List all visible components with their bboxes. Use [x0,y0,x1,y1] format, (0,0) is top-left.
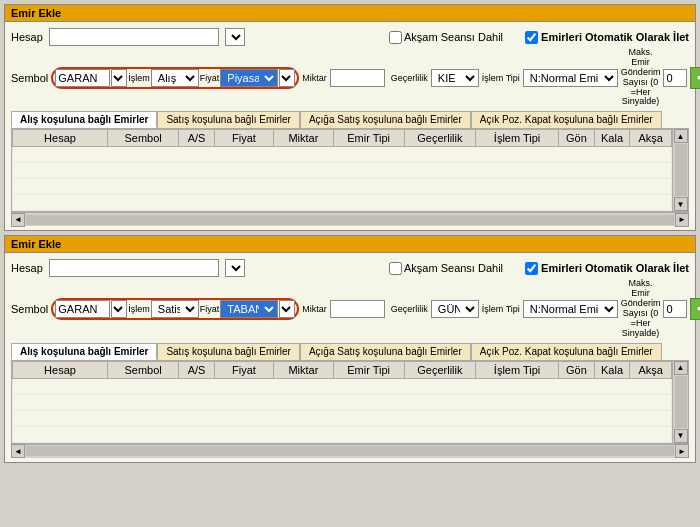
panel1: Emir Ekle Hesap Akşam Seansı Dahil Emirl… [4,4,696,231]
panel1-tab-0[interactable]: Alış koşuluna bağlı Emirler [11,111,157,128]
panel1-miktar-label: Miktar [302,73,327,83]
panel1-sembol-input[interactable] [55,69,110,87]
panel1-maks-input[interactable] [663,69,687,87]
panel1-hscroll-right[interactable]: ► [675,213,689,227]
panel1-fiyat-dropdown[interactable] [279,69,295,87]
panel1-hscroll-track [26,215,674,225]
panel1-islem-label: İşlem [128,73,150,83]
panel1-emirler-label: Emirleri Otomatik Olarak İlet [541,31,689,43]
panel1-th-fiyat: Fiyat [214,130,273,147]
panel2-hscroll-track [26,446,674,456]
panel2-th-kala: Kala [594,361,630,378]
panel2-th-fiyat: Fiyat [214,361,273,378]
panel1-tabs: Alış koşuluna bağlı Emirler Satış koşulu… [11,111,689,128]
panel2-hscrollbar[interactable]: ◄ ► [11,444,689,458]
panel1-th-sembol: Sembol [107,130,178,147]
panel2-th-as: A/S [179,361,215,378]
panel2-th-islem-tipi: İşlem Tipi [476,361,559,378]
panel1-scroll-track [675,144,687,196]
panel1-title: Emir Ekle [5,5,695,22]
panel1-vscrollbar[interactable]: ▲ ▼ [672,129,688,211]
panel1-th-islem-tipi: İşlem Tipi [476,130,559,147]
panel1-scroll-up[interactable]: ▲ [674,129,688,143]
panel1-aksam-check: Akşam Seansı Dahil [389,31,503,44]
panel2-emirler-check: Emirleri Otomatik Olarak İlet [525,262,689,275]
panel1-emirler-check: Emirleri Otomatik Olarak İlet [525,31,689,44]
panel1-hesap-label: Hesap [11,31,43,43]
panel1-th-hesap: Hesap [13,130,108,147]
panel1-th-gecerlilik: Geçerlilik [404,130,475,147]
panel2-fiyat-dropdown[interactable] [279,300,295,318]
panel2-scroll-track [675,376,687,428]
panel2-aksam-check: Akşam Seansı Dahil [389,262,503,275]
panel1-hscrollbar[interactable]: ◄ ► [11,212,689,226]
panel2-th-miktar: Miktar [274,361,333,378]
panel2-islem-tipi-label: İşlem Tipi [482,304,520,314]
panel2-th-gon: Gön [559,361,595,378]
panel1-islem-select[interactable]: Alış Satış [151,69,199,87]
panel2-islem-select[interactable]: Alış Satis [151,300,199,318]
panel1-th-aksa: Akşa [630,130,672,147]
panel1-miktar-input[interactable] [330,69,385,87]
panel2-aksam-checkbox[interactable] [389,262,402,275]
table-row [13,195,672,211]
panel1-scroll-down[interactable]: ▼ [674,197,688,211]
panel1-hscroll-left[interactable]: ◄ [11,213,25,227]
panel2-scroll-down[interactable]: ▼ [674,429,688,443]
panel1-tab-3[interactable]: Açık Poz. Kapat koşuluna bağlı Emirler [471,111,662,128]
panel2-th-emir-tipi: Emir Tipi [333,361,404,378]
panel2-tab-2[interactable]: Açığa Satış koşuluna bağlı Emirler [300,343,471,360]
panel1-th-emir-tipi: Emir Tipi [333,130,404,147]
panel2-th-sembol: Sembol [107,361,178,378]
table-row [13,394,672,410]
panel1-table-area: Hesap Sembol A/S Fiyat Miktar Emir Tipi … [12,129,672,211]
panel1-tab-1[interactable]: Satış koşuluna bağlı Emirler [157,111,300,128]
panel2-tab-0[interactable]: Alış koşuluna bağlı Emirler [11,343,157,360]
panel2-miktar-input[interactable] [330,300,385,318]
panel2-emirler-checkbox[interactable] [525,262,538,275]
table-row [13,163,672,179]
panel2-gecerlilik-label: Geçerlilik [391,304,428,314]
panel2-gecerlilik-select[interactable]: KIE GÜN [431,300,479,318]
panel1-th-kala: Kala [594,130,630,147]
panel2-maks-input[interactable] [663,300,687,318]
panel2-sembol-label: Sembol [11,303,48,315]
panel2-hscroll-right[interactable]: ► [675,444,689,458]
panel2-tab-1[interactable]: Satış koşuluna bağlı Emirler [157,343,300,360]
table-row [13,426,672,442]
panel2-hesap-label: Hesap [11,262,43,274]
panel2-islem-tipi-select[interactable]: N:Normal Emir [523,300,618,318]
panel1-aksam-checkbox[interactable] [389,31,402,44]
panel1-emirler-checkbox[interactable] [525,31,538,44]
panel1-tab-2[interactable]: Açığa Satış koşuluna bağlı Emirler [300,111,471,128]
panel2-sembol-dropdown[interactable] [111,300,127,318]
panel1-maks-label: Maks. Emir GönderimSayısı (0 =HerSinyald… [621,48,661,107]
panel1-sembol-label: Sembol [11,72,48,84]
panel2-hesap-input[interactable] [49,259,219,277]
panel1-islem-tipi-label: İşlem Tipi [482,73,520,83]
panel1-fiyat-select[interactable]: Piyasa Limit TABAN TAVAN [220,69,278,87]
panel2-th-gecerlilik: Geçerlilik [404,361,475,378]
panel2-hesap-dropdown[interactable] [225,259,245,277]
panel2-sembol-input[interactable] [55,300,110,318]
panel2-scroll-up[interactable]: ▲ [674,361,688,375]
panel2-vscrollbar[interactable]: ▲ ▼ [672,361,688,443]
panel1-islem-tipi-select[interactable]: N:Normal Emir [523,69,618,87]
panel1-aksam-label: Akşam Seansı Dahil [404,31,503,43]
panel1-gecerlilik-select[interactable]: KIE GÜN [431,69,479,87]
panel2-fiyat-label: Fiyat [200,304,220,314]
panel2-fiyat-select[interactable]: Piyasa Limit TABAN TAVAN [220,300,278,318]
panel1-sembol-dropdown[interactable] [111,69,127,87]
panel1-ekle-button[interactable]: ✚ EKLE [690,67,700,89]
panel2-title: Emir Ekle [5,236,695,253]
table-row [13,147,672,163]
panel1-fiyat-label: Fiyat [200,73,220,83]
panel1-hesap-input[interactable] [49,28,219,46]
panel1-th-gon: Gön [559,130,595,147]
panel2-ekle-button[interactable]: ✚ EKLE [690,298,700,320]
table-row [13,179,672,195]
panel2-maks-label: Maks. Emir GönderimSayısı (0 =HerSinyald… [621,279,661,338]
panel2-tab-3[interactable]: Açık Poz. Kapat koşuluna bağlı Emirler [471,343,662,360]
panel1-hesap-dropdown[interactable] [225,28,245,46]
panel2-hscroll-left[interactable]: ◄ [11,444,25,458]
